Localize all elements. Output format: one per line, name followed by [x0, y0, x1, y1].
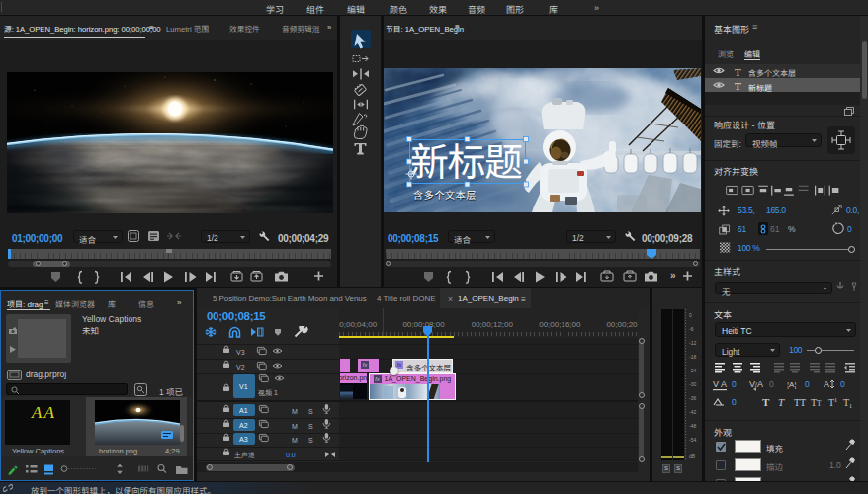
- svg-text:-48: -48: [689, 423, 696, 429]
- svg-text:-30: -30: [689, 381, 696, 387]
- svg-text:M: M: [292, 408, 298, 415]
- svg-text:A2: A2: [239, 422, 248, 429]
- svg-text:T1: T1: [843, 397, 852, 409]
- svg-text:主声道: 主声道: [234, 451, 255, 458]
- svg-text:-24: -24: [689, 368, 696, 373]
- svg-text:0: 0: [840, 379, 845, 389]
- svg-text:»: »: [670, 270, 676, 281]
- svg-text:A1: A1: [239, 407, 248, 414]
- svg-text:A3: A3: [239, 436, 248, 443]
- svg-text:V1: V1: [239, 383, 248, 390]
- svg-text:M: M: [292, 423, 298, 430]
- svg-text:S: S: [308, 437, 313, 444]
- svg-text:-54: -54: [689, 437, 696, 443]
- svg-text:0: 0: [689, 312, 692, 318]
- svg-text:-12: -12: [689, 340, 696, 346]
- svg-text:TT: TT: [794, 397, 806, 408]
- svg-text:0: 0: [732, 379, 737, 389]
- svg-text:T: T: [735, 80, 741, 92]
- svg-text:T: T: [735, 66, 741, 78]
- svg-text:TT: TT: [811, 397, 822, 408]
- svg-text:M: M: [292, 437, 298, 444]
- svg-text:0: 0: [732, 397, 737, 407]
- svg-text:0: 0: [769, 379, 774, 389]
- svg-text:-6: -6: [689, 326, 694, 332]
- svg-text:V2: V2: [236, 364, 245, 370]
- svg-text:dB: dB: [689, 453, 696, 459]
- svg-text:视频 1: 视频 1: [258, 389, 278, 397]
- svg-text:0: 0: [805, 379, 810, 389]
- svg-text:T1: T1: [828, 397, 837, 408]
- svg-text:S: S: [308, 408, 313, 415]
- svg-text:¦A¦: ¦A¦: [787, 380, 797, 389]
- svg-text:-36: -36: [689, 395, 696, 401]
- svg-text:T: T: [778, 396, 785, 408]
- svg-text:-18: -18: [689, 354, 696, 360]
- svg-text:S: S: [308, 423, 313, 430]
- svg-text:A: A: [824, 379, 829, 389]
- svg-text:0.0: 0.0: [286, 452, 296, 458]
- svg-text:V3: V3: [236, 349, 245, 356]
- svg-text:VA: VA: [713, 379, 727, 389]
- svg-text:T: T: [762, 396, 770, 408]
- svg-text:-42: -42: [689, 409, 696, 415]
